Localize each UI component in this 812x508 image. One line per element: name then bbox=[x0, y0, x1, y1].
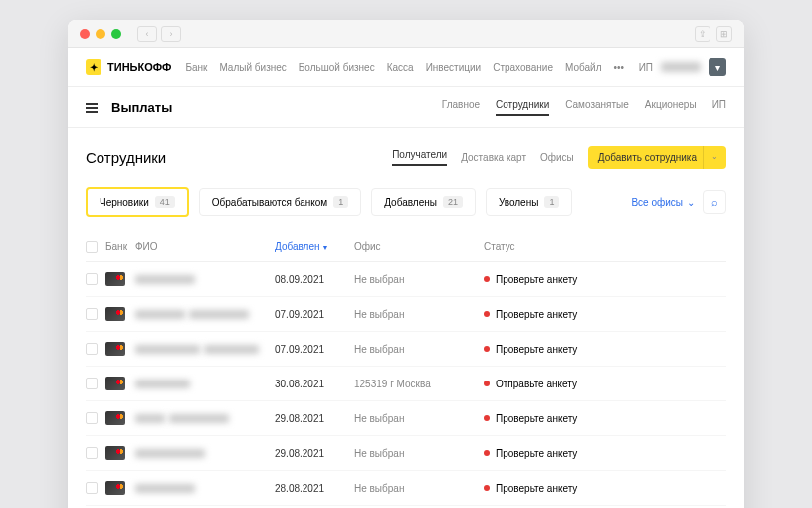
row-date: 28.08.2021 bbox=[275, 483, 354, 494]
nav-item[interactable]: Банк bbox=[185, 62, 207, 73]
office-filter[interactable]: Все офисы ⌄ bbox=[631, 197, 695, 208]
status-dot-icon bbox=[484, 276, 490, 282]
titlebar: ‹ › ⇪ ⊞ bbox=[68, 20, 744, 48]
table-row[interactable]: 07.09.2021Не выбранПроверьте анкету bbox=[86, 297, 726, 332]
status-dot-icon bbox=[484, 415, 490, 421]
row-office: Не выбран bbox=[354, 483, 484, 494]
maximize-icon[interactable] bbox=[111, 29, 121, 39]
add-employee-button[interactable]: Добавить сотрудника bbox=[588, 146, 707, 169]
row-date: 07.09.2021 bbox=[275, 309, 354, 320]
subtab-Доставка карт[interactable]: Доставка карт bbox=[461, 152, 526, 163]
bank-card-icon bbox=[105, 446, 125, 460]
filter-Добавлены[interactable]: Добавлены21 bbox=[371, 188, 476, 216]
status-dot-icon bbox=[484, 381, 490, 386]
col-office: Офис bbox=[354, 241, 484, 253]
status-dot-icon bbox=[484, 450, 490, 456]
table-row[interactable]: 08.09.2021Не выбранПроверьте анкету bbox=[86, 262, 726, 297]
status-dot-icon bbox=[484, 311, 490, 317]
status-dot-icon bbox=[484, 346, 490, 352]
row-status: Проверьте анкету bbox=[484, 274, 726, 285]
tabs-icon[interactable]: ⊞ bbox=[716, 26, 732, 42]
row-status: Проверьте анкету bbox=[484, 483, 726, 494]
section-subtabs: ПолучателиДоставка картОфисыДобавить сот… bbox=[392, 146, 726, 169]
nav-item[interactable]: Инвестиции bbox=[426, 62, 482, 73]
table-row[interactable]: 07.09.2021Не выбранПроверьте анкету bbox=[86, 332, 726, 367]
nav-item[interactable]: ••• bbox=[613, 62, 624, 73]
tab-ИП[interactable]: ИП bbox=[712, 99, 726, 116]
row-office: 125319 г Москва bbox=[354, 379, 484, 389]
bank-card-icon bbox=[105, 342, 125, 356]
employees-table: Банк ФИО Добавлен▼ Офис Статус 08.09.202… bbox=[86, 233, 726, 508]
nav-item[interactable]: Касса bbox=[387, 62, 414, 73]
tab-Акционеры[interactable]: Акционеры bbox=[645, 99, 697, 116]
col-status: Статус bbox=[484, 241, 726, 253]
tab-Главное[interactable]: Главное bbox=[442, 99, 480, 116]
account-name-blurred bbox=[661, 62, 701, 72]
page-title: Выплаты bbox=[111, 100, 172, 115]
status-dot-icon bbox=[484, 485, 490, 491]
tab-Сотрудники[interactable]: Сотрудники bbox=[496, 99, 549, 116]
row-office: Не выбран bbox=[354, 309, 484, 320]
row-checkbox[interactable] bbox=[86, 378, 98, 389]
sub-header: Выплаты ГлавноеСотрудникиСамозанятыеАкци… bbox=[68, 87, 744, 128]
logo[interactable]: ✦ ТИНЬКОФФ bbox=[86, 59, 171, 75]
add-employee-dropdown[interactable]: ⌄ bbox=[703, 146, 726, 169]
row-office: Не выбран bbox=[354, 448, 484, 459]
logo-icon: ✦ bbox=[86, 59, 102, 75]
share-icon[interactable]: ⇪ bbox=[695, 26, 710, 42]
brand-name: ТИНЬКОФФ bbox=[107, 61, 171, 73]
row-checkbox[interactable] bbox=[86, 273, 98, 285]
table-row[interactable]: 29.08.2021Не выбранПроверьте анкету bbox=[86, 436, 726, 471]
top-nav: БанкМалый бизнесБольшой бизнесКассаИнвес… bbox=[185, 62, 624, 73]
row-checkbox[interactable] bbox=[86, 343, 98, 355]
row-checkbox[interactable] bbox=[86, 412, 98, 424]
app-window: ‹ › ⇪ ⊞ ✦ ТИНЬКОФФ БанкМалый бизнесБольш… bbox=[68, 20, 744, 508]
filter-Уволены[interactable]: Уволены1 bbox=[486, 188, 572, 216]
subtab-Получатели[interactable]: Получатели bbox=[392, 149, 447, 166]
subtab-Офисы[interactable]: Офисы bbox=[540, 152, 574, 163]
bank-card-icon bbox=[105, 272, 125, 286]
row-date: 29.08.2021 bbox=[275, 413, 354, 424]
nav-item[interactable]: Страхование bbox=[493, 62, 553, 73]
row-status: Проверьте анкету bbox=[484, 448, 726, 459]
tab-Самозанятые[interactable]: Самозанятые bbox=[565, 99, 629, 116]
page-tabs: ГлавноеСотрудникиСамозанятыеАкционерыИП bbox=[442, 99, 726, 116]
back-button[interactable]: ‹ bbox=[137, 26, 157, 42]
chevron-down-icon: ⌄ bbox=[687, 197, 695, 208]
table-row[interactable]: 29.08.2021Не выбранПроверьте анкету bbox=[86, 401, 726, 436]
row-office: Не выбран bbox=[354, 413, 484, 424]
filter-Обрабатываются банком[interactable]: Обрабатываются банком1 bbox=[199, 188, 361, 216]
table-header: Банк ФИО Добавлен▼ Офис Статус bbox=[86, 233, 726, 262]
row-status: Проверьте анкету bbox=[484, 413, 726, 424]
nav-item[interactable]: Малый бизнес bbox=[219, 62, 286, 73]
row-date: 08.09.2021 bbox=[275, 274, 354, 285]
col-bank: Банк bbox=[105, 241, 135, 253]
row-checkbox[interactable] bbox=[86, 447, 98, 459]
table-row[interactable]: 28.08.2021Не выбранПроверьте анкету bbox=[86, 471, 726, 506]
row-status: Проверьте анкету bbox=[484, 309, 726, 320]
search-button[interactable]: ⌕ bbox=[703, 190, 726, 214]
filter-Черновики[interactable]: Черновики41 bbox=[86, 187, 189, 217]
bank-card-icon bbox=[105, 307, 125, 321]
col-date[interactable]: Добавлен▼ bbox=[275, 241, 354, 253]
row-checkbox[interactable] bbox=[86, 308, 98, 320]
row-office: Не выбран bbox=[354, 274, 484, 285]
menu-icon[interactable] bbox=[86, 103, 98, 113]
row-status: Проверьте анкету bbox=[484, 344, 726, 355]
section-title: Сотрудники bbox=[86, 149, 166, 166]
main-header: ✦ ТИНЬКОФФ БанкМалый бизнесБольшой бизне… bbox=[68, 48, 744, 87]
select-all-checkbox[interactable] bbox=[86, 241, 98, 253]
row-office: Не выбран bbox=[354, 344, 484, 355]
col-name: ФИО bbox=[135, 241, 275, 253]
sort-desc-icon: ▼ bbox=[322, 244, 329, 251]
nav-item[interactable]: Большой бизнес bbox=[299, 62, 375, 73]
account-prefix: ИП bbox=[639, 62, 653, 73]
avatar[interactable]: ▾ bbox=[709, 58, 726, 76]
table-row[interactable]: 30.08.2021125319 г МоскваОтправьте анкет… bbox=[86, 367, 726, 401]
close-icon[interactable] bbox=[80, 29, 90, 39]
nav-item[interactable]: Мобайл bbox=[565, 62, 601, 73]
row-checkbox[interactable] bbox=[86, 482, 98, 494]
bank-card-icon bbox=[105, 481, 125, 495]
forward-button[interactable]: › bbox=[161, 26, 181, 42]
minimize-icon[interactable] bbox=[96, 29, 105, 39]
